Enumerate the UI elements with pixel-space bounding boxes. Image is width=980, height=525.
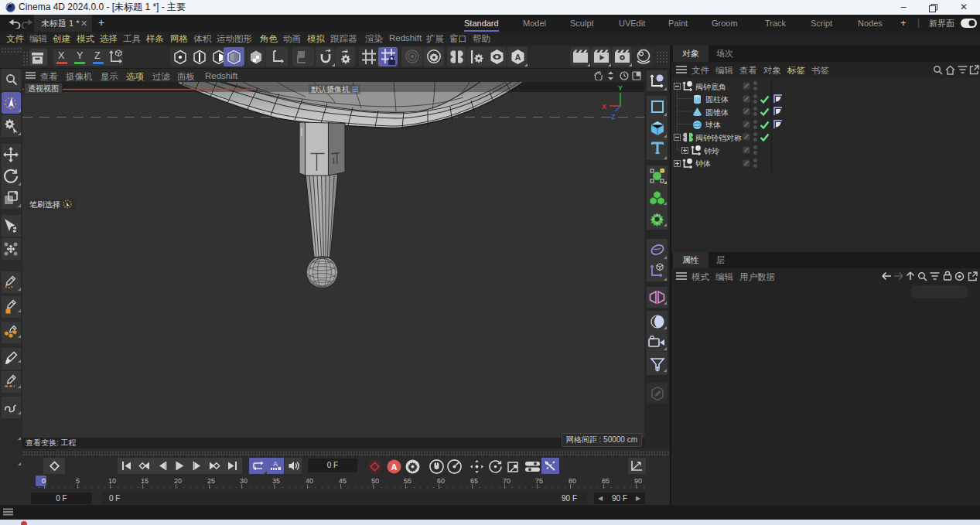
svg-text:X: X: [602, 103, 606, 111]
svg-text:Y: Y: [618, 84, 623, 92]
svg-text:Z: Z: [611, 113, 616, 121]
svg-text:A: A: [515, 53, 521, 62]
svg-text:A: A: [391, 462, 398, 472]
svg-text:A: A: [273, 460, 278, 468]
